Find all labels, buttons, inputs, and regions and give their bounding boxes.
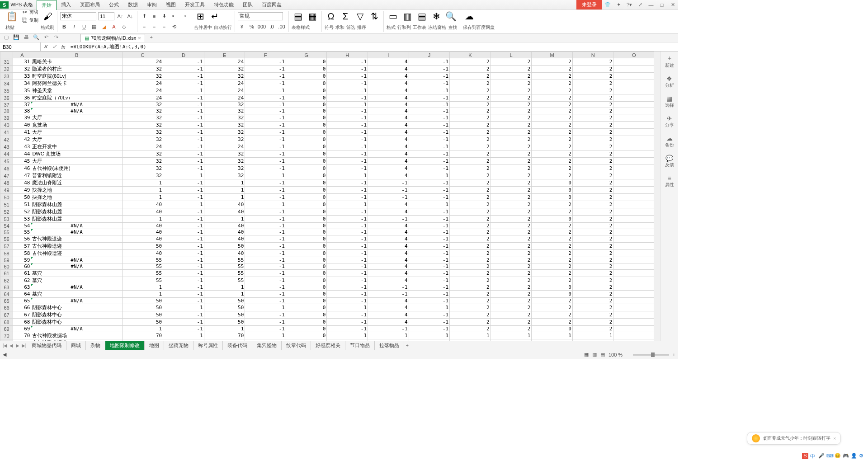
cell[interactable]: -1 [245, 304, 286, 311]
cell[interactable]: 40 [204, 208, 245, 216]
cell[interactable]: 4 [368, 87, 409, 94]
formula-input[interactable]: =VLOOKUP(A:A,地图!A:C,3,0) [68, 43, 678, 50]
cell[interactable]: 2 [532, 319, 573, 326]
cell[interactable]: -1 [163, 172, 204, 179]
cell[interactable]: 黑暗关卡 [31, 58, 122, 66]
cell[interactable]: -1 [245, 80, 286, 87]
cell[interactable]: 2 [532, 102, 573, 108]
cell[interactable]: -1 [327, 87, 368, 94]
cell[interactable]: 大厅 [31, 136, 122, 143]
row-header[interactable]: 65 [0, 298, 13, 304]
cell[interactable]: -1 [409, 114, 450, 122]
cell[interactable] [613, 143, 654, 150]
row-header[interactable]: 67 [0, 311, 13, 319]
row-header[interactable]: 55 [0, 229, 13, 235]
symbol-icon[interactable]: Ω [325, 10, 337, 23]
cell[interactable] [613, 304, 654, 311]
cell[interactable]: -1 [327, 291, 368, 298]
cell[interactable]: -1 [245, 194, 286, 201]
cell[interactable]: 42 [13, 136, 31, 143]
cell[interactable]: 47 [13, 172, 31, 179]
cell[interactable]: -1 [409, 208, 450, 216]
cell[interactable]: 2 [491, 298, 532, 304]
cell[interactable]: 2 [572, 304, 613, 311]
cell[interactable]: 4 [368, 94, 409, 102]
preview-icon[interactable]: 🔍 [33, 34, 40, 42]
row-header[interactable]: 56 [0, 235, 13, 243]
cell[interactable]: -1 [409, 150, 450, 158]
cell[interactable]: 正在开发中 [31, 143, 122, 150]
cell[interactable]: -1 [163, 270, 204, 277]
paste-icon[interactable]: 📋 [5, 10, 18, 23]
cell[interactable]: 2 [532, 208, 573, 216]
cell[interactable]: 50 [204, 311, 245, 319]
cell[interactable]: 54 [13, 223, 31, 229]
cell[interactable]: 2 [532, 277, 573, 284]
cell[interactable]: 32 [122, 73, 163, 80]
cell[interactable]: 0 [286, 229, 327, 235]
cell[interactable]: 2 [450, 284, 491, 291]
cell[interactable]: 2 [491, 129, 532, 136]
cell[interactable]: -1 [245, 257, 286, 263]
cell[interactable]: -1 [409, 58, 450, 66]
cell[interactable]: 2 [450, 129, 491, 136]
row-header[interactable]: 66 [0, 304, 13, 311]
cell[interactable]: 0 [532, 187, 573, 194]
cell[interactable]: 2 [450, 114, 491, 122]
cell[interactable]: 2 [491, 194, 532, 201]
cell[interactable]: -1 [245, 143, 286, 150]
cell[interactable]: -1 [163, 80, 204, 87]
cell[interactable]: 2 [450, 229, 491, 235]
cell[interactable]: 2 [532, 150, 573, 158]
cell[interactable]: 0 [286, 179, 327, 187]
cell[interactable]: 2 [532, 122, 573, 129]
col-header-N[interactable]: N [572, 52, 613, 58]
sidebar-item-4[interactable]: ☁备份 [665, 135, 674, 148]
cell[interactable]: 0 [286, 298, 327, 304]
cell[interactable]: 2 [450, 108, 491, 114]
cell[interactable]: -1 [245, 263, 286, 270]
cell[interactable]: 大厅 [31, 129, 122, 136]
cell[interactable]: DWC 竞技场 [31, 150, 122, 158]
cell[interactable]: 2 [450, 94, 491, 102]
zoom-in-icon[interactable]: + [673, 352, 675, 357]
cell[interactable]: 46 [13, 165, 31, 172]
cell[interactable]: 1 [450, 332, 491, 339]
cell[interactable]: -1 [409, 229, 450, 235]
cell[interactable]: #N/A [31, 102, 122, 108]
cell[interactable]: 50 [122, 298, 163, 304]
cell[interactable] [613, 114, 654, 122]
italic-icon[interactable]: I [70, 23, 78, 31]
cell[interactable]: 65 [13, 298, 31, 304]
col-header-C[interactable]: C [122, 52, 163, 58]
cell[interactable]: 69 [13, 326, 31, 332]
cell[interactable] [613, 108, 654, 114]
cell[interactable]: 4 [368, 58, 409, 66]
cell[interactable]: 2 [450, 136, 491, 143]
font-color-icon[interactable]: A [110, 23, 118, 31]
cell[interactable]: 2 [450, 66, 491, 73]
cell[interactable]: -1 [245, 87, 286, 94]
cell[interactable]: 2 [532, 129, 573, 136]
cell[interactable]: 2 [491, 122, 532, 129]
menu-tab-7[interactable]: 开发工具 [180, 0, 209, 10]
spreadsheet-grid[interactable]: ABCDEFGHIJKLMNO3131黑暗关卡24-124-10-14-1222… [0, 52, 654, 341]
cell[interactable]: 4 [368, 102, 409, 108]
align-mid-icon[interactable]: ≡ [150, 12, 158, 20]
row-header[interactable]: 32 [0, 66, 13, 73]
cloud-save-icon[interactable]: ☁ [463, 10, 476, 23]
cell[interactable]: -1 [163, 58, 204, 66]
row-header[interactable]: 59 [0, 257, 13, 263]
cell[interactable] [613, 58, 654, 66]
cell[interactable]: 0 [286, 339, 327, 341]
cell[interactable]: -1 [409, 270, 450, 277]
cell[interactable] [613, 136, 654, 143]
cell[interactable]: 2 [491, 208, 532, 216]
cell[interactable]: 古代神殿遗迹 [31, 250, 122, 257]
cell[interactable]: -1 [163, 250, 204, 257]
cell[interactable]: 2 [572, 129, 613, 136]
cell[interactable]: 2 [491, 216, 532, 223]
cell[interactable]: 32 [13, 66, 31, 73]
cell[interactable] [613, 165, 654, 172]
cell[interactable]: 2 [450, 257, 491, 263]
